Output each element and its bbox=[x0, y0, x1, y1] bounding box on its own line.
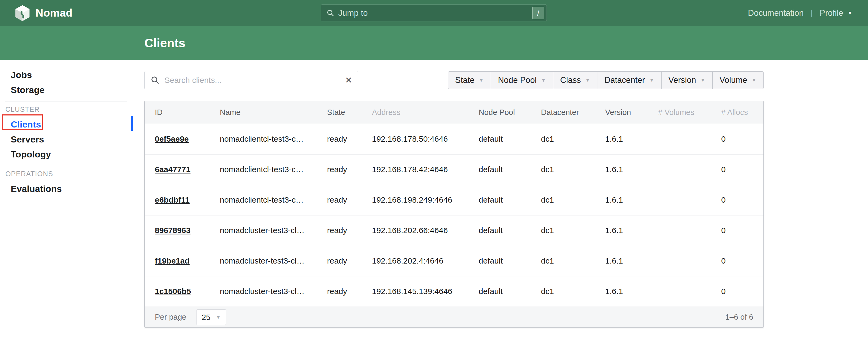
client-datacenter: dc1 bbox=[531, 215, 595, 246]
filter-volume[interactable]: Volume ▼ bbox=[712, 72, 764, 89]
chevron-down-icon: ▼ bbox=[541, 77, 546, 83]
client-id-link[interactable]: f19be1ad bbox=[155, 256, 190, 265]
client-datacenter: dc1 bbox=[531, 276, 595, 307]
clients-search-box: ✕ bbox=[145, 71, 358, 89]
client-row[interactable]: 1c1506b5 nomadcluster-test3-cl… ready 19… bbox=[145, 276, 764, 307]
client-datacenter: dc1 bbox=[531, 185, 595, 215]
col-header-name[interactable]: Name bbox=[210, 101, 317, 124]
chevron-down-icon: ▼ bbox=[847, 10, 852, 16]
client-state: ready bbox=[317, 276, 362, 307]
client-name: nomadclientcl-test3-c… bbox=[210, 154, 317, 185]
per-page-select[interactable]: 25 ▼ bbox=[196, 309, 226, 325]
toolbar: ✕ State ▼ Node Pool ▼ Class ▼ Datacenter… bbox=[145, 71, 764, 90]
client-allocs: 0 bbox=[711, 124, 764, 154]
chevron-down-icon: ▼ bbox=[216, 314, 221, 320]
sidebar-item-storage[interactable]: Storage bbox=[11, 82, 133, 97]
sidebar-item-jobs[interactable]: Jobs bbox=[11, 67, 133, 82]
client-address: 192.168.202.66:4646 bbox=[362, 215, 468, 246]
client-name: nomadcluster-test3-cl… bbox=[210, 246, 317, 276]
chevron-down-icon: ▼ bbox=[649, 77, 654, 83]
col-header-datacenter[interactable]: Datacenter bbox=[531, 101, 595, 124]
client-volumes bbox=[648, 154, 711, 185]
client-allocs: 0 bbox=[711, 246, 764, 276]
client-allocs: 0 bbox=[711, 276, 764, 307]
client-name: nomadcluster-test3-cl… bbox=[210, 215, 317, 246]
client-row[interactable]: 6aa47771 nomadclientcl-test3-c… ready 19… bbox=[145, 154, 764, 185]
client-row[interactable]: f19be1ad nomadcluster-test3-cl… ready 19… bbox=[145, 246, 764, 276]
col-header-allocs: # Allocs bbox=[711, 101, 764, 124]
client-version: 1.6.1 bbox=[595, 185, 648, 215]
sidebar-item-servers[interactable]: Servers bbox=[11, 132, 133, 147]
client-id-link[interactable]: 89678963 bbox=[155, 226, 190, 235]
nomad-brand-link[interactable]: Nomad bbox=[15, 5, 72, 21]
jump-to-search[interactable]: Jump to / bbox=[321, 4, 547, 21]
client-version: 1.6.1 bbox=[595, 276, 648, 307]
client-volumes bbox=[648, 246, 711, 276]
client-id-link[interactable]: 6aa47771 bbox=[155, 165, 190, 174]
chevron-down-icon: ▼ bbox=[751, 77, 756, 83]
sidebar-heading-operations: OPERATIONS bbox=[5, 166, 133, 181]
client-datacenter: dc1 bbox=[531, 154, 595, 185]
search-clients-input[interactable] bbox=[164, 75, 345, 85]
client-state: ready bbox=[317, 185, 362, 215]
client-version: 1.6.1 bbox=[595, 124, 648, 154]
top-nav: Nomad Jump to / Documentation | Profile … bbox=[0, 0, 868, 26]
client-node-pool: default bbox=[468, 246, 531, 276]
client-row[interactable]: 89678963 nomadcluster-test3-cl… ready 19… bbox=[145, 215, 764, 246]
per-page-value: 25 bbox=[202, 313, 211, 322]
sidebar-item-topology[interactable]: Topology bbox=[11, 147, 133, 162]
client-state: ready bbox=[317, 124, 362, 154]
col-header-volumes: # Volumes bbox=[648, 101, 711, 124]
col-header-address: Address bbox=[362, 101, 468, 124]
client-node-pool: default bbox=[468, 276, 531, 307]
client-id-link[interactable]: e6bdbf11 bbox=[155, 195, 190, 204]
client-address: 192.168.178.42:4646 bbox=[362, 154, 468, 185]
client-volumes bbox=[648, 124, 711, 154]
page-subheader: Clients bbox=[0, 26, 868, 60]
client-row[interactable]: 0ef5ae9e nomadclientcl-test3-c… ready 19… bbox=[145, 124, 764, 154]
client-node-pool: default bbox=[468, 185, 531, 215]
divider: | bbox=[811, 8, 813, 18]
filter-state[interactable]: State ▼ bbox=[448, 72, 491, 89]
col-header-version[interactable]: Version bbox=[595, 101, 648, 124]
sidebar-heading-cluster: CLUSTER bbox=[5, 102, 133, 117]
search-icon bbox=[151, 75, 160, 85]
chevron-down-icon: ▼ bbox=[700, 77, 705, 83]
filter-group: State ▼ Node Pool ▼ Class ▼ Datacenter ▼… bbox=[448, 71, 764, 89]
client-id-link[interactable]: 0ef5ae9e bbox=[155, 134, 189, 143]
client-datacenter: dc1 bbox=[531, 124, 595, 154]
profile-menu[interactable]: Profile ▼ bbox=[819, 8, 852, 18]
sidebar-item-evaluations[interactable]: Evaluations bbox=[11, 181, 133, 196]
client-node-pool: default bbox=[468, 124, 531, 154]
filter-node-pool[interactable]: Node Pool ▼ bbox=[491, 72, 553, 89]
sidebar: Jobs Storage CLUSTER Clients Servers Top… bbox=[0, 60, 133, 340]
documentation-link[interactable]: Documentation bbox=[748, 8, 804, 18]
brand-name: Nomad bbox=[36, 7, 72, 19]
clients-table: ID Name State Address Node Pool Datacent… bbox=[145, 101, 764, 307]
clear-search-icon[interactable]: ✕ bbox=[345, 76, 352, 85]
filter-datacenter[interactable]: Datacenter ▼ bbox=[597, 72, 661, 89]
client-state: ready bbox=[317, 246, 362, 276]
client-id-link[interactable]: 1c1506b5 bbox=[155, 287, 191, 296]
slash-shortcut-badge: / bbox=[532, 7, 544, 19]
filter-version[interactable]: Version ▼ bbox=[661, 72, 712, 89]
filter-class[interactable]: Class ▼ bbox=[553, 72, 597, 89]
sidebar-item-clients[interactable]: Clients bbox=[11, 117, 133, 132]
client-node-pool: default bbox=[468, 154, 531, 185]
clients-table-panel: ID Name State Address Node Pool Datacent… bbox=[145, 101, 764, 328]
client-version: 1.6.1 bbox=[595, 154, 648, 185]
search-icon bbox=[327, 9, 335, 17]
client-state: ready bbox=[317, 215, 362, 246]
table-footer: Per page 25 ▼ 1–6 of 6 bbox=[145, 307, 764, 328]
jump-to-placeholder: Jump to bbox=[338, 8, 532, 18]
client-row[interactable]: e6bdbf11 nomadclientcl-test3-c… ready 19… bbox=[145, 185, 764, 215]
client-version: 1.6.1 bbox=[595, 246, 648, 276]
col-header-id[interactable]: ID bbox=[145, 101, 210, 124]
col-header-state[interactable]: State bbox=[317, 101, 362, 124]
client-address: 192.168.145.139:4646 bbox=[362, 276, 468, 307]
client-name: nomadcluster-test3-cl… bbox=[210, 276, 317, 307]
pagination-range: 1–6 of 6 bbox=[725, 313, 753, 321]
main-content: ✕ State ▼ Node Pool ▼ Class ▼ Datacenter… bbox=[133, 60, 868, 340]
client-volumes bbox=[648, 185, 711, 215]
col-header-node-pool[interactable]: Node Pool bbox=[468, 101, 531, 124]
